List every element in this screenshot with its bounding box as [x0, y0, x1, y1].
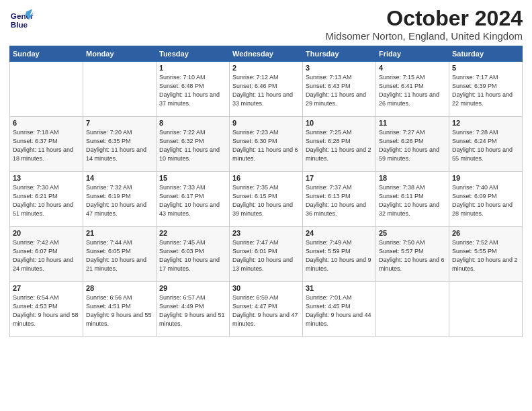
- svg-text:Blue: Blue: [11, 20, 28, 29]
- day-info: Sunrise: 7:52 AM Sunset: 5:55 PM Dayligh…: [452, 238, 519, 273]
- day-info: Sunrise: 6:56 AM Sunset: 4:51 PM Dayligh…: [86, 293, 153, 328]
- day-cell: 25Sunrise: 7:50 AM Sunset: 5:57 PM Dayli…: [376, 227, 449, 282]
- header: General Blue October 2024 Midsomer Norto…: [9, 7, 523, 42]
- day-cell: 19Sunrise: 7:40 AM Sunset: 6:09 PM Dayli…: [449, 172, 523, 227]
- day-info: Sunrise: 6:54 AM Sunset: 4:53 PM Dayligh…: [13, 293, 80, 328]
- day-number: 10: [306, 119, 373, 127]
- day-cell: 17Sunrise: 7:37 AM Sunset: 6:13 PM Dayli…: [303, 172, 376, 227]
- day-number: 30: [232, 284, 300, 292]
- day-number: 5: [452, 64, 519, 72]
- day-number: 25: [379, 229, 446, 237]
- day-info: Sunrise: 7:38 AM Sunset: 6:11 PM Dayligh…: [379, 183, 446, 218]
- day-info: Sunrise: 7:10 AM Sunset: 6:48 PM Dayligh…: [159, 73, 226, 108]
- day-info: Sunrise: 7:20 AM Sunset: 6:35 PM Dayligh…: [86, 128, 153, 163]
- day-info: Sunrise: 7:42 AM Sunset: 6:07 PM Dayligh…: [13, 238, 80, 273]
- logo: General Blue: [9, 7, 34, 31]
- day-info: Sunrise: 7:49 AM Sunset: 5:59 PM Dayligh…: [306, 238, 373, 273]
- weekday-header-sunday: Sunday: [10, 46, 83, 62]
- day-number: 18: [379, 174, 446, 182]
- day-cell: 15Sunrise: 7:33 AM Sunset: 6:17 PM Dayli…: [157, 172, 230, 227]
- day-info: Sunrise: 7:23 AM Sunset: 6:30 PM Dayligh…: [232, 128, 300, 163]
- day-cell: [10, 62, 83, 117]
- day-cell: 14Sunrise: 7:32 AM Sunset: 6:19 PM Dayli…: [83, 172, 157, 227]
- day-cell: [376, 282, 449, 337]
- day-number: 6: [13, 119, 80, 127]
- day-cell: 5Sunrise: 7:17 AM Sunset: 6:39 PM Daylig…: [449, 62, 523, 117]
- week-row-1: 1Sunrise: 7:10 AM Sunset: 6:48 PM Daylig…: [10, 62, 523, 117]
- day-cell: 27Sunrise: 6:54 AM Sunset: 4:53 PM Dayli…: [10, 282, 83, 337]
- day-info: Sunrise: 6:57 AM Sunset: 4:49 PM Dayligh…: [159, 293, 226, 328]
- day-number: 31: [306, 284, 373, 292]
- day-number: 27: [13, 284, 80, 292]
- weekday-header-wednesday: Wednesday: [230, 46, 303, 62]
- day-cell: 3Sunrise: 7:13 AM Sunset: 6:43 PM Daylig…: [303, 62, 376, 117]
- day-cell: 20Sunrise: 7:42 AM Sunset: 6:07 PM Dayli…: [10, 227, 83, 282]
- day-info: Sunrise: 7:47 AM Sunset: 6:01 PM Dayligh…: [232, 238, 300, 273]
- day-number: 8: [159, 119, 226, 127]
- day-number: 11: [379, 119, 446, 127]
- day-number: 21: [86, 229, 153, 237]
- day-number: 12: [452, 119, 519, 127]
- weekday-header-row: SundayMondayTuesdayWednesdayThursdayFrid…: [10, 46, 523, 62]
- day-info: Sunrise: 7:13 AM Sunset: 6:43 PM Dayligh…: [306, 73, 373, 108]
- day-number: 29: [159, 284, 226, 292]
- day-info: Sunrise: 7:28 AM Sunset: 6:24 PM Dayligh…: [452, 128, 519, 163]
- day-number: 26: [452, 229, 519, 237]
- weekday-header-friday: Friday: [376, 46, 449, 62]
- day-cell: 6Sunrise: 7:18 AM Sunset: 6:37 PM Daylig…: [10, 117, 83, 172]
- week-row-3: 13Sunrise: 7:30 AM Sunset: 6:21 PM Dayli…: [10, 172, 523, 227]
- day-info: Sunrise: 7:27 AM Sunset: 6:26 PM Dayligh…: [379, 128, 446, 163]
- weekday-header-thursday: Thursday: [303, 46, 376, 62]
- day-cell: 12Sunrise: 7:28 AM Sunset: 6:24 PM Dayli…: [449, 117, 523, 172]
- day-cell: 9Sunrise: 7:23 AM Sunset: 6:30 PM Daylig…: [230, 117, 303, 172]
- week-row-4: 20Sunrise: 7:42 AM Sunset: 6:07 PM Dayli…: [10, 227, 523, 282]
- day-cell: 30Sunrise: 6:59 AM Sunset: 4:47 PM Dayli…: [230, 282, 303, 337]
- day-cell: [449, 282, 523, 337]
- day-cell: 13Sunrise: 7:30 AM Sunset: 6:21 PM Dayli…: [10, 172, 83, 227]
- day-cell: 4Sunrise: 7:15 AM Sunset: 6:41 PM Daylig…: [376, 62, 449, 117]
- day-number: 24: [306, 229, 373, 237]
- day-info: Sunrise: 7:12 AM Sunset: 6:46 PM Dayligh…: [232, 73, 300, 108]
- day-cell: [83, 62, 157, 117]
- month-title: October 2024: [326, 7, 523, 30]
- day-cell: 26Sunrise: 7:52 AM Sunset: 5:55 PM Dayli…: [449, 227, 523, 282]
- day-number: 7: [86, 119, 153, 127]
- location: Midsomer Norton, England, United Kingdom: [326, 30, 523, 42]
- day-cell: 16Sunrise: 7:35 AM Sunset: 6:15 PM Dayli…: [230, 172, 303, 227]
- day-number: 28: [86, 284, 153, 292]
- day-cell: 23Sunrise: 7:47 AM Sunset: 6:01 PM Dayli…: [230, 227, 303, 282]
- day-cell: 24Sunrise: 7:49 AM Sunset: 5:59 PM Dayli…: [303, 227, 376, 282]
- day-info: Sunrise: 7:01 AM Sunset: 4:45 PM Dayligh…: [306, 293, 373, 328]
- day-cell: 28Sunrise: 6:56 AM Sunset: 4:51 PM Dayli…: [83, 282, 157, 337]
- day-number: 16: [232, 174, 300, 182]
- day-cell: 7Sunrise: 7:20 AM Sunset: 6:35 PM Daylig…: [83, 117, 157, 172]
- day-info: Sunrise: 7:44 AM Sunset: 6:05 PM Dayligh…: [86, 238, 153, 273]
- day-info: Sunrise: 7:33 AM Sunset: 6:17 PM Dayligh…: [159, 183, 226, 218]
- weekday-header-tuesday: Tuesday: [157, 46, 230, 62]
- day-number: 2: [232, 64, 300, 72]
- calendar-page: General Blue October 2024 Midsomer Norto…: [0, 0, 532, 411]
- day-info: Sunrise: 7:22 AM Sunset: 6:32 PM Dayligh…: [159, 128, 226, 163]
- weekday-header-monday: Monday: [83, 46, 157, 62]
- logo-icon: General Blue: [9, 7, 34, 31]
- day-cell: 29Sunrise: 6:57 AM Sunset: 4:49 PM Dayli…: [157, 282, 230, 337]
- weekday-header-saturday: Saturday: [449, 46, 523, 62]
- week-row-5: 27Sunrise: 6:54 AM Sunset: 4:53 PM Dayli…: [10, 282, 523, 337]
- calendar-table: SundayMondayTuesdayWednesdayThursdayFrid…: [9, 46, 523, 337]
- day-info: Sunrise: 7:32 AM Sunset: 6:19 PM Dayligh…: [86, 183, 153, 218]
- day-number: 17: [306, 174, 373, 182]
- day-cell: 31Sunrise: 7:01 AM Sunset: 4:45 PM Dayli…: [303, 282, 376, 337]
- day-info: Sunrise: 7:35 AM Sunset: 6:15 PM Dayligh…: [232, 183, 300, 218]
- day-cell: 8Sunrise: 7:22 AM Sunset: 6:32 PM Daylig…: [157, 117, 230, 172]
- day-info: Sunrise: 7:30 AM Sunset: 6:21 PM Dayligh…: [13, 183, 80, 218]
- day-info: Sunrise: 7:18 AM Sunset: 6:37 PM Dayligh…: [13, 128, 80, 163]
- day-cell: 11Sunrise: 7:27 AM Sunset: 6:26 PM Dayli…: [376, 117, 449, 172]
- day-number: 20: [13, 229, 80, 237]
- title-area: October 2024 Midsomer Norton, England, U…: [326, 7, 523, 42]
- day-number: 4: [379, 64, 446, 72]
- day-info: Sunrise: 7:45 AM Sunset: 6:03 PM Dayligh…: [159, 238, 226, 273]
- day-number: 22: [159, 229, 226, 237]
- day-info: Sunrise: 7:15 AM Sunset: 6:41 PM Dayligh…: [379, 73, 446, 108]
- day-number: 19: [452, 174, 519, 182]
- day-info: Sunrise: 7:40 AM Sunset: 6:09 PM Dayligh…: [452, 183, 519, 218]
